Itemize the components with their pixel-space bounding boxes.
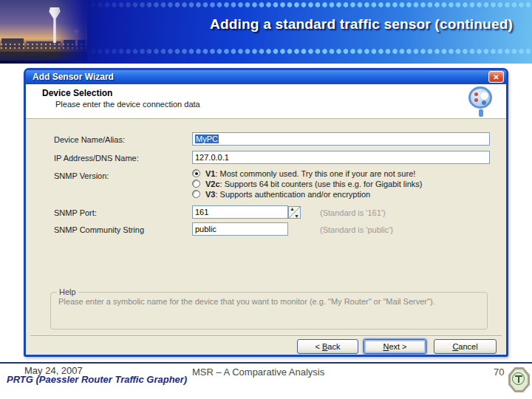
wizard-form: Device Name/Alias: MyPC IP Address/DNS N… <box>26 119 506 355</box>
snmp-port-note: (Standard is '161') <box>320 208 386 217</box>
snmp-community-label: SNMP Community String <box>54 225 144 234</box>
wizard-step-header: Device Selection Please enter the device… <box>26 84 506 119</box>
device-name-label: Device Name/Alias: <box>54 135 125 144</box>
snmp-community-input[interactable]: public <box>192 222 288 236</box>
slide-title: Adding a standard traffic sensor (contin… <box>210 16 513 33</box>
decorative-dots-bottom <box>83 48 532 55</box>
close-button[interactable]: ✕ <box>488 71 504 83</box>
port-spinner[interactable]: ▲ ▼ <box>288 206 301 219</box>
dialog-title: Add Sensor Wizard <box>33 72 114 82</box>
slide-header-banner: Adding a standard traffic sensor (contin… <box>0 0 532 64</box>
cancel-button[interactable]: Cancel <box>434 339 497 354</box>
footer-presentation-title: MSR – A Comparative Analysis <box>192 366 324 378</box>
slide: Adding a standard traffic sensor (contin… <box>0 0 532 399</box>
snmp-port-label: SNMP Port: <box>54 208 97 217</box>
help-text: Please enter a symbolic name for the dev… <box>51 296 487 307</box>
radio-snmp-v3[interactable]: V3: Supports authentication and/or encry… <box>192 189 370 199</box>
radio-snmp-v2c[interactable]: V2c: Supports 64 bit counters (use this … <box>192 179 423 188</box>
add-sensor-wizard-dialog: Add Sensor Wizard ✕ Device Selection Ple… <box>24 68 508 357</box>
next-button[interactable]: Next > <box>364 339 426 354</box>
spinner-down-icon[interactable]: ▼ <box>294 214 299 219</box>
close-icon: ✕ <box>493 73 499 81</box>
radio-snmp-v1[interactable]: V1: Most commonly used. Try this one if … <box>192 168 415 178</box>
snmp-community-note: (Standard is 'public') <box>320 225 393 234</box>
button-separator <box>30 335 502 337</box>
snmp-version-label: SNMP Version: <box>54 171 109 180</box>
help-groupbox: Help Please enter a symbolic name for th… <box>50 287 488 330</box>
page-number: 70 <box>494 366 504 378</box>
device-name-input[interactable]: MyPC <box>192 132 490 146</box>
dialog-titlebar[interactable]: Add Sensor Wizard ✕ <box>26 70 506 84</box>
decorative-dots-top <box>83 1 532 8</box>
back-button[interactable]: < Back <box>297 339 358 354</box>
step-title: Device Selection <box>42 88 112 98</box>
selected-text: MyPC <box>195 134 219 143</box>
university-seal-logo <box>508 367 530 392</box>
radio-button-icon[interactable] <box>192 190 200 198</box>
snmp-port-input[interactable]: 161 <box>192 205 288 219</box>
step-subtitle: Please enter the device connection data <box>55 100 200 109</box>
spinner-up-icon[interactable]: ▲ <box>290 206 295 211</box>
ip-address-input[interactable]: 127.0.0.1 <box>192 151 490 164</box>
ip-address-label: IP Address/DNS Name: <box>54 154 139 163</box>
footer-divider <box>0 362 532 364</box>
help-legend: Help <box>57 287 78 296</box>
campus-photo <box>0 0 87 61</box>
footer-prtg-caption: PRTG (Paessler Router Traffic Grapher) <box>7 374 187 385</box>
radio-button-icon[interactable] <box>192 180 200 188</box>
sensor-magnifier-icon <box>468 86 494 117</box>
radio-button-icon[interactable] <box>192 169 200 177</box>
